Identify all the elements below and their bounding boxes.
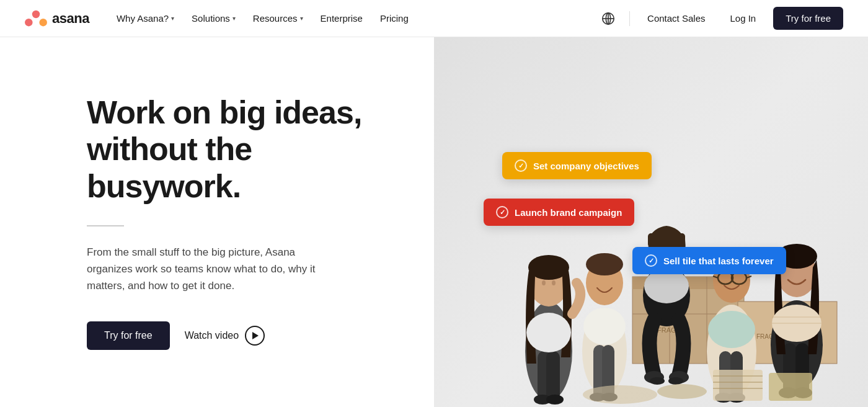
nav-resources[interactable]: Resources ▾ <box>246 8 311 29</box>
nav-why-asana[interactable]: Why Asana? ▾ <box>109 8 182 29</box>
hero-description: From the small stuff to the big picture,… <box>87 244 322 295</box>
navbar: asana Why Asana? ▾ Solutions ▾ Resources… <box>0 0 868 37</box>
nav-divider <box>629 11 630 26</box>
nav-solutions[interactable]: Solutions ▾ <box>184 8 243 29</box>
svg-rect-67 <box>713 370 763 401</box>
svg-rect-68 <box>769 373 812 401</box>
language-selector-button[interactable] <box>597 7 619 30</box>
logo-text: asana <box>52 11 89 27</box>
nav-enterprise[interactable]: Enterprise <box>313 8 370 29</box>
svg-point-56 <box>708 311 755 348</box>
svg-point-32 <box>583 308 626 345</box>
svg-point-2 <box>39 19 46 26</box>
cta-row: Try for free Watch video <box>87 321 384 350</box>
hero-divider <box>87 225 124 226</box>
nav-pricing[interactable]: Pricing <box>373 8 416 29</box>
svg-point-21 <box>528 255 569 280</box>
svg-point-24 <box>526 313 571 352</box>
play-triangle-icon <box>252 332 259 339</box>
chevron-down-icon: ▾ <box>300 15 303 22</box>
svg-point-22 <box>542 280 546 285</box>
contact-sales-link[interactable]: Contact Sales <box>640 8 712 29</box>
nav-right: Contact Sales Log In Try for free <box>597 7 843 30</box>
left-panel: Work on big ideas, without the busywork.… <box>0 37 434 407</box>
svg-point-65 <box>583 385 657 404</box>
svg-rect-39 <box>648 233 685 247</box>
svg-point-1 <box>25 19 32 26</box>
task-badge-orange: Set company objectives <box>502 152 652 179</box>
people-illustration: FRAGILE FRAGILE <box>434 53 868 407</box>
task-badge-blue: Sell tile that lasts forever <box>632 247 786 274</box>
watch-video-button[interactable]: Watch video <box>185 326 265 346</box>
main-content: Work on big ideas, without the busywork.… <box>0 37 868 407</box>
asana-logo-icon <box>25 10 47 27</box>
hero-title: Work on big ideas, without the busywork. <box>87 94 384 205</box>
check-icon-blue <box>645 254 657 267</box>
svg-rect-17 <box>546 351 560 401</box>
svg-point-66 <box>657 384 707 399</box>
check-icon-red <box>496 206 508 218</box>
globe-icon <box>601 12 615 25</box>
chevron-down-icon: ▾ <box>171 15 174 22</box>
svg-point-0 <box>32 10 40 17</box>
chevron-down-icon: ▾ <box>232 15 236 22</box>
svg-point-31 <box>586 253 623 275</box>
svg-point-19 <box>546 395 564 405</box>
asana-logo[interactable]: asana <box>25 10 89 27</box>
nav-links: Why Asana? ▾ Solutions ▾ Resources ▾ Ent… <box>109 8 597 29</box>
log-in-link[interactable]: Log In <box>722 8 763 29</box>
play-circle-icon <box>245 326 265 346</box>
right-panel: Set company objectives Launch brand camp… <box>434 37 868 407</box>
try-free-hero-button[interactable]: Try for free <box>87 321 170 350</box>
svg-point-37 <box>668 377 683 385</box>
try-free-nav-button[interactable]: Try for free <box>773 7 843 30</box>
check-icon-orange <box>515 159 527 172</box>
task-badge-red: Launch brand campaign <box>484 199 634 226</box>
svg-point-36 <box>650 377 665 385</box>
svg-point-23 <box>552 280 556 285</box>
